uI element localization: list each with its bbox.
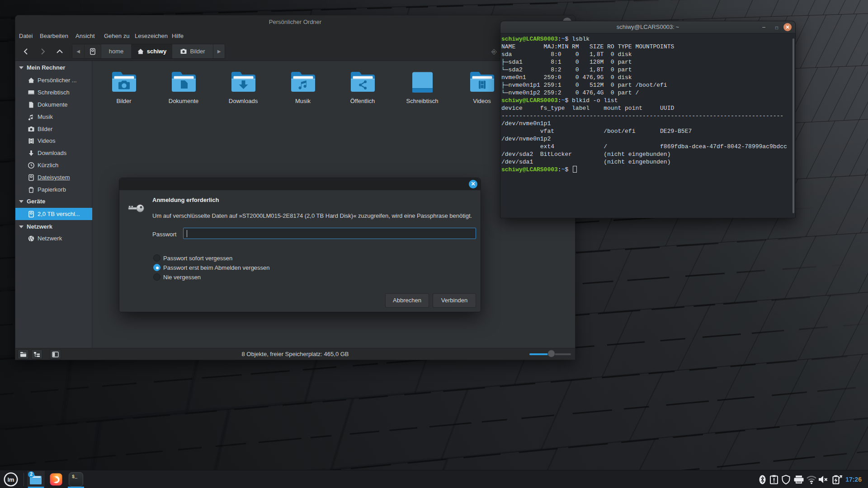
svg-text:lm: lm: [7, 476, 14, 483]
